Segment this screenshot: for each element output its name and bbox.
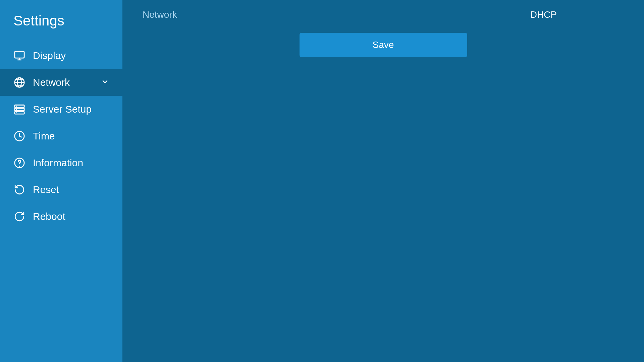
sidebar-item-time-label: Time: [33, 130, 109, 142]
svg-point-16: [19, 166, 20, 167]
monitor-icon: [13, 50, 25, 62]
sidebar-item-reboot-label: Reboot: [33, 211, 109, 222]
reset-icon: [13, 184, 25, 196]
sidebar-item-reboot[interactable]: Reboot: [0, 203, 122, 230]
svg-rect-8: [15, 105, 24, 107]
sidebar-item-network-label: Network: [33, 77, 94, 88]
content-header: Network DHCP: [122, 0, 644, 29]
sidebar-item-information[interactable]: Information: [0, 149, 122, 176]
sidebar-item-network[interactable]: Network: [0, 69, 122, 96]
server-icon: [13, 103, 25, 115]
svg-point-13: [16, 112, 17, 113]
sidebar-item-time[interactable]: Time: [0, 123, 122, 149]
clock-icon: [13, 130, 25, 142]
sidebar-item-reset-label: Reset: [33, 184, 109, 195]
chevron-icon: [101, 77, 109, 88]
svg-point-12: [16, 109, 17, 110]
reboot-icon: [13, 210, 25, 223]
save-button[interactable]: Save: [300, 33, 467, 57]
svg-rect-10: [15, 112, 24, 114]
save-area: Save: [122, 29, 644, 67]
sidebar: Settings Display Network: [0, 0, 122, 362]
globe-icon: [13, 76, 25, 88]
help-icon: [13, 157, 25, 169]
sidebar-item-server-setup-label: Server Setup: [33, 104, 109, 115]
svg-rect-0: [15, 51, 24, 58]
header-network-label: Network: [143, 9, 177, 20]
sidebar-item-information-label: Information: [33, 157, 109, 169]
app-title: Settings: [0, 0, 122, 42]
svg-rect-9: [15, 108, 24, 111]
main-content: Network DHCP Save: [122, 0, 644, 362]
svg-point-11: [16, 106, 17, 107]
header-dhcp-label: DHCP: [530, 9, 557, 20]
sidebar-item-reset[interactable]: Reset: [0, 176, 122, 203]
sidebar-item-server-setup[interactable]: Server Setup: [0, 96, 122, 123]
sidebar-item-display-label: Display: [33, 50, 109, 61]
sidebar-item-display[interactable]: Display: [0, 42, 122, 69]
